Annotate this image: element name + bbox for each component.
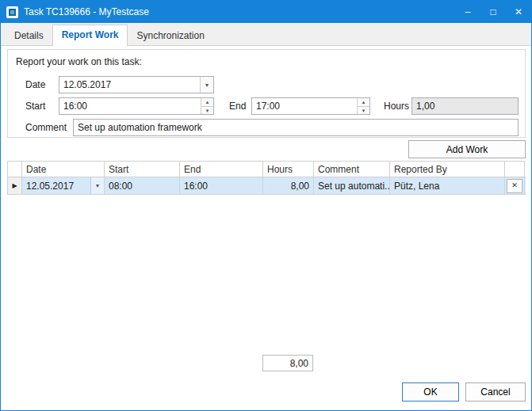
minimize-button[interactable]: –: [455, 1, 480, 23]
delete-row-button[interactable]: ✕: [507, 179, 522, 193]
column-header-end[interactable]: End: [180, 162, 263, 177]
work-log-grid: Date Start End Hours Comment Reported By…: [7, 161, 526, 195]
minimize-icon: –: [465, 6, 471, 17]
end-spin-up-button[interactable]: ▴: [358, 98, 369, 106]
dropdown-arrow-icon: ▾: [96, 182, 99, 189]
row-indicator-icon: ▶: [12, 182, 17, 189]
ok-button[interactable]: OK: [402, 382, 459, 401]
date-editor: ▾: [59, 76, 214, 93]
hours-editor: [411, 97, 519, 115]
date-input[interactable]: [59, 77, 200, 93]
comment-input[interactable]: [74, 120, 518, 135]
maximize-icon: □: [490, 6, 496, 17]
tab-bar: Details Report Work Synchronization: [1, 23, 531, 46]
grid-header: Date Start End Hours Comment Reported By: [7, 161, 526, 177]
column-header-start[interactable]: Start: [105, 162, 180, 177]
cell-hours[interactable]: 8,00: [263, 177, 314, 194]
tab-report-work[interactable]: Report Work: [52, 25, 128, 46]
column-header-date[interactable]: Date: [22, 162, 105, 177]
spin-down-icon: ▾: [362, 108, 366, 113]
start-spin-up-button[interactable]: ▴: [201, 98, 213, 106]
cell-date-value: 12.05.2017: [22, 177, 90, 194]
cell-comment[interactable]: Set up automati...: [314, 177, 390, 194]
delete-column-header: [505, 162, 525, 177]
cell-reported-by[interactable]: Pütz, Lena: [390, 177, 505, 194]
delete-icon: ✕: [511, 181, 518, 189]
group-label: Report your work on this task:: [16, 56, 142, 67]
hours-input: [412, 98, 518, 114]
dialog-window: Task TC139666 - MyTestcase – □ ✕ Details…: [0, 0, 532, 411]
tab-details[interactable]: Details: [6, 26, 52, 45]
spin-down-icon: ▾: [206, 108, 209, 113]
add-work-button[interactable]: Add Work: [408, 140, 526, 158]
close-icon: ✕: [515, 6, 522, 17]
row-selector-header: [8, 162, 22, 177]
hours-summary: 8,00: [262, 355, 313, 371]
cell-date[interactable]: 12.05.2017 ▾: [22, 177, 105, 194]
column-header-hours[interactable]: Hours: [263, 162, 314, 177]
table-row[interactable]: ▶ 12.05.2017 ▾ 08:00 16:00 8,00 Set up a…: [7, 177, 526, 195]
titlebar: Task TC139666 - MyTestcase – □ ✕: [1, 1, 531, 23]
maximize-button[interactable]: □: [480, 1, 506, 23]
dropdown-arrow-icon: ▾: [205, 82, 209, 89]
cell-start[interactable]: 08:00: [105, 177, 180, 194]
end-editor: ▴ ▾: [251, 97, 370, 115]
spin-up-icon: ▴: [206, 99, 209, 105]
cell-delete: ✕: [505, 177, 525, 194]
cell-end[interactable]: 16:00: [180, 177, 263, 194]
start-editor: ▴ ▾: [59, 97, 214, 115]
date-label: Date: [25, 79, 45, 90]
comment-editor: [73, 119, 519, 136]
column-header-comment[interactable]: Comment: [314, 162, 390, 177]
cancel-button[interactable]: Cancel: [465, 382, 526, 401]
report-work-group: Report your work on this task: Date ▾ St…: [7, 49, 526, 138]
start-input[interactable]: [59, 98, 201, 114]
date-dropdown-button[interactable]: ▾: [200, 77, 213, 93]
end-spin-down-button[interactable]: ▾: [358, 106, 369, 115]
tab-synchronization[interactable]: Synchronization: [128, 26, 212, 45]
start-spin-down-button[interactable]: ▾: [201, 106, 213, 115]
row-indicator: ▶: [8, 177, 22, 194]
app-icon: [6, 6, 18, 18]
column-header-reported-by[interactable]: Reported By: [390, 162, 505, 177]
comment-label: Comment: [25, 122, 67, 133]
cell-date-dropdown-button[interactable]: ▾: [90, 177, 104, 194]
hours-label: Hours: [384, 101, 409, 112]
start-label: Start: [25, 101, 45, 112]
end-input[interactable]: [252, 98, 357, 114]
close-button[interactable]: ✕: [506, 1, 531, 23]
spin-up-icon: ▴: [362, 99, 366, 105]
window-title: Task TC139666 - MyTestcase: [24, 6, 149, 17]
end-label: End: [229, 101, 246, 112]
